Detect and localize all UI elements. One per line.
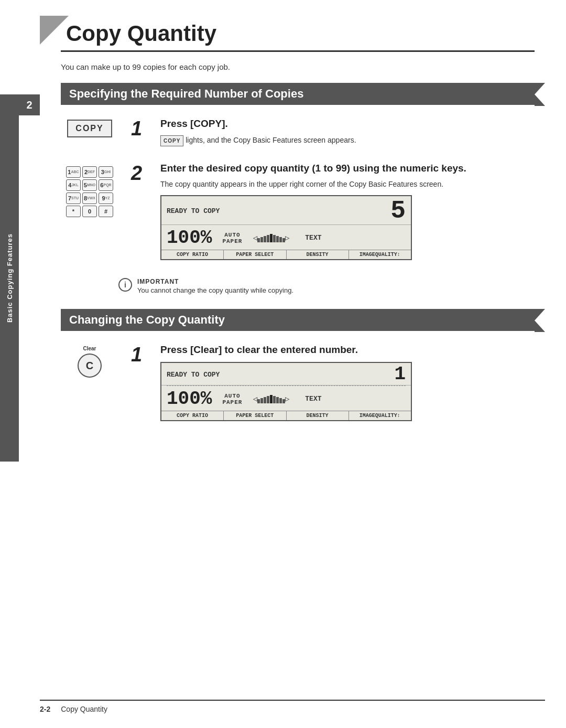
page-title-area: Copy Quantity [61, 16, 535, 52]
key-4[interactable]: 4JKL [66, 179, 81, 191]
lcd-number-2: 1 [394, 365, 406, 384]
step-clear-content: Press [Clear] to clear the entered numbe… [160, 344, 535, 429]
step-2-row: 1ABC 2DEF 3GHI 4JKL 5MNO 6PQR 7STU 8VWX … [61, 162, 535, 268]
lcd-cell-paper-1: PAPER SELECT [224, 250, 286, 259]
lcd-paper-1: PAPER [222, 238, 242, 244]
lcd-screen-1: READY TO COPY 5 100% AUTO PAPER ◁ [160, 195, 412, 260]
copy-button-area: COPY [61, 117, 118, 137]
bar-1 [257, 238, 260, 242]
chapter-badge: 2 [19, 94, 40, 115]
lcd-bottom-row-2: COPY RATIO PAPER SELECT DENSITY IMAGEQUA… [161, 411, 411, 420]
copy-button[interactable]: COPY [67, 120, 112, 137]
key-hash[interactable]: # [99, 206, 113, 217]
lcd-top-1: READY TO COPY 5 [161, 196, 411, 225]
lcd-bottom-row-1: COPY RATIO PAPER SELECT DENSITY IMAGEQUA… [161, 250, 411, 259]
key-3[interactable]: 3GHI [99, 166, 113, 178]
bar-2 [260, 237, 263, 242]
bar2-5 [270, 395, 273, 403]
bar-7 [276, 236, 279, 242]
important-note: i IMPORTANT You cannot change the copy q… [61, 278, 535, 294]
keypad-area: 1ABC 2DEF 3GHI 4JKL 5MNO 6PQR 7STU 8VWX … [61, 162, 118, 217]
key-6[interactable]: 6PQR [99, 179, 113, 191]
lcd-top-2: READY TO COPY 1 [161, 363, 411, 386]
lcd-auto-1: AUTO [224, 232, 240, 238]
key-1[interactable]: 1ABC [66, 166, 81, 178]
footer-pagenum: 2-2 [40, 705, 50, 713]
lcd-ready-text-2: READY TO COPY [167, 371, 220, 379]
step-1-number: 1 [131, 119, 148, 138]
key-5[interactable]: 5MNO [82, 179, 97, 191]
step-2-desc: The copy quantity appears in the upper r… [160, 179, 535, 190]
page-footer: 2-2 Copy Quantity [40, 700, 545, 713]
bar2-1 [257, 399, 260, 403]
lcd-ratio-2: 100% [167, 388, 212, 410]
density-bar-area-2: ◁ ▷ [253, 394, 289, 403]
key-2[interactable]: 2DEF [82, 166, 97, 178]
step-2-number: 2 [131, 163, 148, 183]
clear-button[interactable]: C [78, 354, 102, 378]
lcd-cell-paper-2: PAPER SELECT [224, 411, 286, 420]
important-content: IMPORTANT You cannot change the copy qua… [137, 278, 293, 294]
lcd-cell-density-1: DENSITY [287, 250, 349, 259]
bar2-2 [260, 398, 263, 403]
page-title: Copy Quantity [61, 21, 535, 52]
lcd-cell-iq-2: IMAGEQUALITY↕ [349, 411, 411, 420]
step-clear-row: Clear C 1 Press [Clear] to clear the ent… [61, 344, 535, 429]
main-content: Copy Quantity You can make up to 99 copi… [40, 0, 566, 475]
lcd-ready-text-1: READY TO COPY [167, 207, 220, 215]
lcd-number-1: 5 [390, 198, 406, 223]
key-9[interactable]: 9YZ [99, 192, 113, 204]
sidebar-label: Basic Copying Features [6, 233, 14, 323]
density-left-arrow-2: ◁ [253, 394, 257, 403]
bar2-8 [279, 398, 282, 403]
section-specifying: Specifying the Required Number of Copies… [61, 83, 535, 294]
key-0[interactable]: 0 [82, 206, 97, 217]
bar2-7 [276, 397, 279, 403]
intro-text: You can make up to 99 copies for each co… [61, 62, 535, 71]
title-triangle [40, 16, 69, 45]
key-7[interactable]: 7STU [66, 192, 81, 204]
step-2-title: Enter the desired copy quantity (1 to 99… [160, 162, 535, 175]
step-1-row: COPY 1 Press [COPY]. COPY lights, and th… [61, 117, 535, 152]
key-star[interactable]: * [66, 206, 81, 217]
lcd-screen-2: READY TO COPY 1 100% AUTO PAPER ◁ [160, 362, 412, 421]
density-bar-area-1: ◁ ▷ [253, 233, 289, 242]
important-text: You cannot change the copy quantity whil… [137, 286, 293, 294]
step-clear-number: 1 [131, 345, 148, 365]
bar-8 [279, 237, 282, 242]
copy-small-indicator: COPY [160, 135, 183, 146]
density-right-arrow-2: ▷ [285, 394, 289, 403]
lcd-auto-paper-2: AUTO PAPER [222, 393, 242, 405]
section-header-specifying: Specifying the Required Number of Copies [61, 83, 535, 105]
important-icon: i [118, 278, 132, 292]
bar-4 [267, 235, 269, 242]
bar2-6 [273, 396, 276, 403]
sidebar: Basic Copying Features [0, 94, 19, 462]
lcd-cell-ratio-1: COPY RATIO [161, 250, 224, 259]
step-1-content: Press [COPY]. COPY lights, and the Copy … [160, 117, 535, 152]
lcd-auto-2: AUTO [224, 393, 240, 399]
lcd-cell-ratio-2: COPY RATIO [161, 411, 224, 420]
important-label: IMPORTANT [137, 278, 293, 285]
bar2-3 [264, 397, 266, 403]
step-clear-title: Press [Clear] to clear the entered numbe… [160, 344, 535, 357]
lcd-paper-2: PAPER [222, 399, 242, 405]
section-changing: Changing the Copy Quantity Clear C 1 Pre… [61, 309, 535, 429]
step-1-desc: COPY lights, and the Copy Basic Features… [160, 135, 535, 146]
lcd-text-2: TEXT [305, 395, 321, 403]
lcd-cell-density-2: DENSITY [287, 411, 349, 420]
bar-6 [273, 235, 276, 242]
density-bars-2 [257, 395, 285, 403]
density-bars-1 [257, 234, 285, 242]
bar2-4 [267, 396, 269, 403]
bar-3 [264, 236, 266, 242]
bar-5 [270, 234, 273, 242]
numeric-keypad: 1ABC 2DEF 3GHI 4JKL 5MNO 6PQR 7STU 8VWX … [66, 166, 113, 217]
step-2-content: Enter the desired copy quantity (1 to 99… [160, 162, 535, 268]
step-1-title: Press [COPY]. [160, 117, 535, 131]
section-header-changing: Changing the Copy Quantity [61, 309, 535, 331]
lcd-auto-paper-1: AUTO PAPER [222, 232, 242, 244]
key-8[interactable]: 8VWX [82, 192, 97, 204]
clear-btn-group: Clear C [78, 346, 102, 378]
lcd-text-1: TEXT [305, 234, 321, 242]
